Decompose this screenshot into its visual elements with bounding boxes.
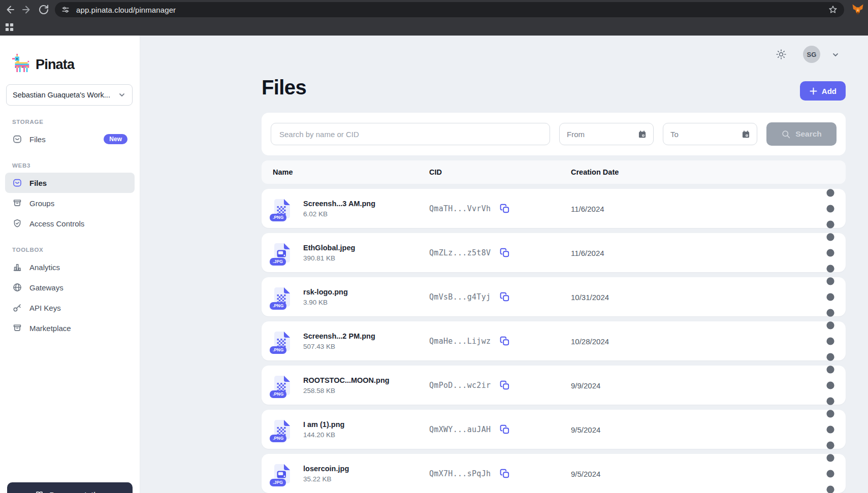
- copy-icon[interactable]: [499, 203, 510, 214]
- calendar-icon: [637, 129, 647, 139]
- file-cell: .PNG Screensh...3 AM.png 6.02 KB: [273, 198, 375, 220]
- sidebar-item-access-controls[interactable]: Access Controls: [5, 213, 135, 234]
- file-name: I am (1).png: [303, 420, 344, 429]
- file-size: 35.22 KB: [303, 475, 349, 483]
- file-type-icon: .PNG: [273, 198, 292, 220]
- date-to-field[interactable]: To: [663, 123, 757, 145]
- back-icon[interactable]: [4, 4, 16, 16]
- copy-icon[interactable]: [499, 291, 510, 303]
- file-type-icon: .PNG: [273, 330, 292, 352]
- forward-icon[interactable]: [20, 4, 33, 16]
- archive-icon: [12, 323, 22, 333]
- copy-icon[interactable]: [499, 336, 510, 347]
- file-ext-badge: .PNG: [270, 435, 286, 442]
- file-cell: .PNG Screensh...2 PM.png 507.43 KB: [273, 330, 375, 352]
- pinata-logo[interactable]: Pinata: [12, 53, 140, 76]
- cid-value: QmaTH...VvrVh: [429, 204, 491, 213]
- files-content: Files Add From To: [262, 36, 846, 493]
- search-input[interactable]: [271, 123, 550, 145]
- url-text: app.pinata.cloud/pinmanager: [76, 6, 823, 14]
- sidebar-item-analytics[interactable]: Analytics: [5, 257, 135, 277]
- row-menu-kebab-icon[interactable]: [824, 379, 837, 392]
- documentation-label: Documentation: [49, 490, 105, 493]
- date-from-field[interactable]: From: [559, 123, 654, 145]
- bookmark-star-icon[interactable]: [828, 5, 838, 15]
- sidebar-item-files[interactable]: Files: [5, 173, 135, 193]
- sidebar-item-files[interactable]: Files New: [5, 129, 135, 149]
- copy-icon[interactable]: [499, 468, 510, 479]
- inbox-icon: [12, 134, 22, 144]
- file-name: Screensh...2 PM.png: [303, 332, 375, 340]
- sidebar-item-marketplace[interactable]: Marketplace: [5, 318, 135, 338]
- file-type-icon: .PNG: [273, 418, 292, 441]
- sidebar-item-gateways[interactable]: Gateways: [5, 277, 135, 298]
- search-button-label: Search: [795, 129, 822, 139]
- book-icon: [35, 490, 44, 493]
- archive-icon: [12, 198, 22, 208]
- copy-icon[interactable]: [499, 247, 510, 258]
- file-ext-badge: .JPG: [270, 258, 286, 266]
- workspace-selector[interactable]: Sebastian Guaqueta's Work...: [6, 84, 133, 106]
- sidebar-item-groups[interactable]: Groups: [5, 193, 135, 213]
- chevron-down-icon: [118, 91, 126, 99]
- inbox-icon: [12, 178, 22, 188]
- row-menu-kebab-icon[interactable]: [824, 335, 837, 348]
- file-name: EthGlobal.jpeg: [303, 244, 355, 252]
- file-name: Screensh...3 AM.png: [303, 200, 375, 208]
- cid-cell: QmaHe...Lijwz: [429, 336, 510, 347]
- column-header-name: Name: [273, 168, 293, 176]
- copy-icon[interactable]: [499, 424, 510, 435]
- file-cell: .PNG I am (1).png 144.20 KB: [273, 418, 344, 441]
- row-menu-kebab-icon[interactable]: [824, 467, 837, 480]
- cid-value: QmX7H...sPqJh: [429, 469, 491, 478]
- add-button[interactable]: Add: [800, 81, 846, 101]
- browser-secondary-bar: [0, 19, 868, 36]
- cid-value: QmVsB...g4Tyj: [429, 292, 491, 302]
- row-menu-kebab-icon[interactable]: [824, 202, 837, 215]
- apps-grid-icon[interactable]: [5, 22, 14, 32]
- calendar-icon: [741, 129, 751, 139]
- reload-icon[interactable]: [38, 4, 50, 16]
- cid-cell: QmZLz...z5t8V: [429, 247, 510, 258]
- file-size: 258.58 KB: [303, 387, 390, 395]
- file-type-icon: .JPG: [273, 242, 292, 264]
- documentation-button[interactable]: Documentation: [7, 482, 133, 493]
- row-menu-kebab-icon[interactable]: [824, 423, 837, 436]
- sidebar-item-api-keys[interactable]: API Keys: [5, 298, 135, 318]
- creation-date: 9/9/2024: [571, 381, 600, 389]
- cid-value: QmaHe...Lijwz: [429, 337, 491, 346]
- page-title: Files: [262, 76, 306, 99]
- file-ext-badge: .JPG: [270, 479, 286, 486]
- section-label-toolbox: TOOLBOX: [12, 247, 140, 253]
- file-ext-badge: .PNG: [270, 214, 286, 221]
- table-row[interactable]: .PNG rsk-logo.png 3.90 KB QmVsB...g4Tyj …: [262, 277, 846, 316]
- site-settings-icon[interactable]: [61, 5, 70, 14]
- sidebar: Pinata Sebastian Guaqueta's Work... STOR…: [0, 36, 140, 493]
- table-row[interactable]: .PNG Screensh...3 AM.png 6.02 KB QmaTH..…: [262, 189, 846, 228]
- filter-panel: From To Search: [262, 113, 846, 155]
- pinata-llama-icon: [12, 54, 30, 75]
- plus-icon: [809, 87, 818, 95]
- file-name: ROOTSTOC...MOON.png: [303, 376, 390, 384]
- browser-toolbar: app.pinata.cloud/pinmanager: [0, 0, 868, 19]
- shield-check-icon: [12, 218, 22, 228]
- file-size: 144.20 KB: [303, 431, 344, 439]
- copy-icon[interactable]: [499, 380, 510, 391]
- file-size: 390.81 KB: [303, 254, 355, 262]
- cid-value: QmXWY...auJAH: [429, 425, 491, 434]
- table-row[interactable]: .PNG I am (1).png 144.20 KB QmXWY...auJA…: [262, 410, 846, 449]
- table-row[interactable]: .JPG losercoin.jpg 35.22 KB QmX7H...sPqJ…: [262, 454, 846, 493]
- search-button[interactable]: Search: [766, 122, 837, 146]
- cid-cell: QmVsB...g4Tyj: [429, 291, 510, 303]
- table-row[interactable]: .PNG Screensh...2 PM.png 507.43 KB QmaHe…: [262, 321, 846, 360]
- row-menu-kebab-icon[interactable]: [824, 290, 837, 304]
- row-menu-kebab-icon[interactable]: [824, 246, 837, 259]
- table-row[interactable]: .JPG EthGlobal.jpeg 390.81 KB QmZLz...z5…: [262, 233, 846, 272]
- address-bar[interactable]: app.pinata.cloud/pinmanager: [55, 2, 844, 17]
- metamask-extension-icon[interactable]: [852, 4, 864, 16]
- column-header-cid: CID: [429, 168, 442, 176]
- table-row[interactable]: .PNG ROOTSTOC...MOON.png 258.58 KB QmPoD…: [262, 366, 846, 405]
- file-ext-badge: .PNG: [270, 390, 286, 398]
- creation-date: 9/5/2024: [571, 425, 600, 434]
- creation-date: 11/6/2024: [571, 204, 604, 213]
